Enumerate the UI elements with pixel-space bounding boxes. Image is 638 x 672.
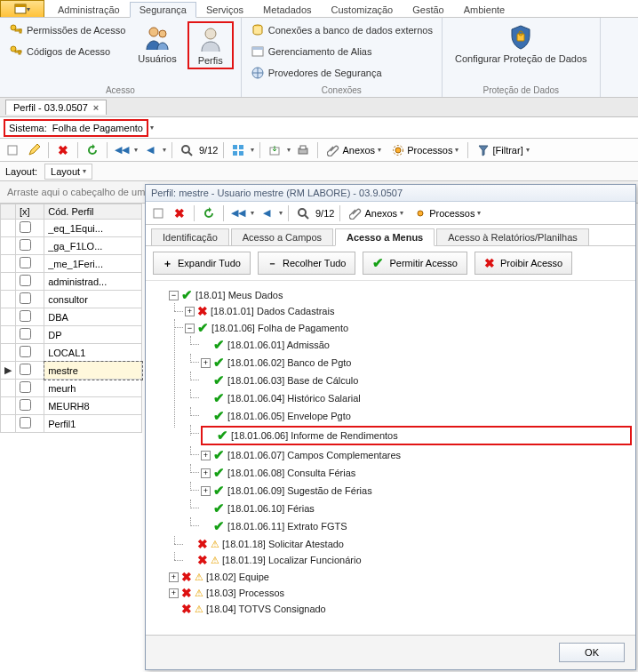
tab-acesso-relatorios[interactable]: Acesso à Relatórios/Planilhas <box>436 228 589 245</box>
edit-button[interactable] <box>25 141 43 159</box>
dlg-new-button[interactable] <box>149 204 167 222</box>
table-row[interactable]: MEURH8 <box>1 397 142 415</box>
row-checkbox-cell[interactable] <box>16 237 44 255</box>
dlg-anexos-menu[interactable]: Anexos▾ <box>346 207 407 220</box>
row-checkbox-cell[interactable] <box>16 326 44 344</box>
tree-node[interactable]: [18.01.06.08] Consulta Férias <box>227 468 355 478</box>
new-button[interactable] <box>4 141 21 159</box>
table-row[interactable]: _eq_1Equi... <box>1 220 142 237</box>
tab-seguranca[interactable]: Segurança <box>130 2 196 18</box>
row-checkbox-cell[interactable] <box>16 362 44 380</box>
row-code[interactable]: LOCAL1 <box>44 344 142 362</box>
tree-node[interactable]: [18.03] Processos <box>206 588 284 598</box>
tree-node[interactable]: [18.01.06.09] Sugestão de Férias <box>227 485 372 496</box>
tab-servicos[interactable]: Serviços <box>196 2 253 17</box>
tab-administracao[interactable]: Administração <box>48 2 130 17</box>
row-code[interactable]: meurh <box>44 380 142 397</box>
filtrar-menu[interactable]: [Filtrar]▾ <box>474 144 532 156</box>
sistema-selector[interactable]: Sistema: Folha de Pagamento <box>4 119 148 137</box>
tree-node[interactable]: [18.01.06.10] Férias <box>227 503 315 514</box>
table-row[interactable]: meurh <box>1 380 142 397</box>
dlg-first-button[interactable]: ◀◀ <box>229 204 247 222</box>
row-code[interactable]: Perfil1 <box>44 415 142 433</box>
row-checkbox-cell[interactable] <box>16 255 44 273</box>
row-checkbox[interactable] <box>20 239 31 251</box>
tree-node[interactable]: [18.01.01] Dados Cadastrais <box>211 306 334 316</box>
layout-button[interactable]: Layout▾ <box>44 164 92 180</box>
tab-metadados[interactable]: Metadados <box>253 2 321 17</box>
row-code[interactable]: _eq_1Equi... <box>44 220 142 237</box>
codigos-acesso-button[interactable]: Códigos de Acesso <box>7 43 127 60</box>
expander-icon[interactable]: − <box>169 291 179 300</box>
find-button[interactable] <box>178 141 195 159</box>
tree-node[interactable]: [18.01.06.01] Admissão <box>227 340 330 350</box>
anexos-menu[interactable]: Anexos▾ <box>323 144 385 156</box>
export-button[interactable] <box>266 141 283 159</box>
tree-node[interactable]: [18.04] TOTVS Consignado <box>206 604 326 614</box>
row-checkbox[interactable] <box>20 275 31 286</box>
tree-node[interactable]: [18.01.06.07] Campos Complementares <box>227 450 401 460</box>
table-row[interactable]: _me_1Feri... <box>1 255 142 273</box>
expander-icon[interactable]: − <box>185 324 195 333</box>
provedores-seguranca-button[interactable]: Provedores de Segurança <box>249 64 435 82</box>
tree-node-highlighted[interactable]: ✔[18.01.06.06] Informe de Rendimentos <box>201 426 632 445</box>
recolher-tudo-button[interactable]: －Recolher Tudo <box>258 252 356 275</box>
tree-node[interactable]: [18.02] Equipe <box>206 572 269 582</box>
tree-node[interactable]: [18.01.06.03] Base de Cálculo <box>227 375 358 386</box>
refresh-button[interactable] <box>84 141 101 159</box>
row-code[interactable]: _me_1Feri... <box>44 255 142 273</box>
conexoes-bd-button[interactable]: Conexões a banco de dados externos <box>249 21 435 39</box>
tree-node[interactable]: [18.01.06.11] Extrato FGTS <box>227 521 347 532</box>
row-code[interactable]: DBA <box>44 308 142 326</box>
close-tab-icon[interactable]: × <box>93 102 99 113</box>
dlg-processos-menu[interactable]: Processos▾ <box>411 207 484 220</box>
dlg-prev-button[interactable]: ◀ <box>258 204 275 222</box>
menu-tree[interactable]: −✔[18.01] Meus Dados +✖[18.01.01] Dados … <box>146 281 635 636</box>
first-button[interactable]: ◀◀ <box>113 141 131 159</box>
configurar-protecao-button[interactable]: Configurar Proteção de Dados <box>450 21 593 66</box>
row-checkbox-cell[interactable] <box>16 273 44 291</box>
row-checkbox-cell[interactable] <box>16 344 44 362</box>
row-code[interactable]: mestre <box>44 362 142 380</box>
row-checkbox-cell[interactable] <box>16 380 44 397</box>
row-checkbox[interactable] <box>20 257 31 268</box>
delete-button[interactable]: ✖ <box>54 141 72 159</box>
permitir-acesso-button[interactable]: ✔Permitir Acesso <box>363 252 467 275</box>
grid-col-check[interactable]: [x] <box>16 204 44 220</box>
row-checkbox[interactable] <box>20 292 31 304</box>
row-checkbox[interactable] <box>20 417 31 428</box>
row-code[interactable]: administrad... <box>44 273 142 291</box>
tree-node[interactable]: [18.01.19] Localizar Funcionário <box>222 555 362 565</box>
row-checkbox[interactable] <box>20 346 31 357</box>
tab-customizacao[interactable]: Customização <box>322 2 403 17</box>
tab-gestao[interactable]: Gestão <box>403 2 453 17</box>
tab-identificacao[interactable]: Identificação <box>151 228 229 245</box>
table-row[interactable]: consultor <box>1 291 142 308</box>
table-row[interactable]: administrad... <box>1 273 142 291</box>
row-checkbox[interactable] <box>20 381 31 393</box>
processos-menu[interactable]: Processos▾ <box>388 144 462 156</box>
table-row[interactable]: _ga_F1LO... <box>1 237 142 255</box>
dlg-delete-button[interactable]: ✖ <box>171 204 188 222</box>
tree-node[interactable]: [18.01.06.04] Histórico Salarial <box>227 393 361 404</box>
expandir-tudo-button[interactable]: ＋Expandir Tudo <box>153 252 251 275</box>
prev-button[interactable]: ◀ <box>141 141 159 159</box>
expander-icon[interactable]: + <box>185 307 195 316</box>
sistema-dropdown-icon[interactable]: ▾ <box>150 124 154 132</box>
tab-ambiente[interactable]: Ambiente <box>454 2 514 17</box>
tree-node[interactable]: [18.01] Meus Dados <box>195 290 283 300</box>
row-checkbox-cell[interactable] <box>16 415 44 433</box>
row-checkbox-cell[interactable] <box>16 308 44 326</box>
table-row[interactable]: DBA <box>1 308 142 326</box>
document-tab[interactable]: Perfil - 03.9.0507 × <box>5 100 107 115</box>
row-code[interactable]: DP <box>44 326 142 344</box>
proibir-acesso-button[interactable]: ✖Proibir Acesso <box>475 252 572 275</box>
dlg-find-button[interactable] <box>294 204 312 222</box>
ok-button[interactable]: OK <box>559 643 625 662</box>
app-menu-button[interactable]: ▾ <box>0 0 44 17</box>
tree-node[interactable]: [18.01.18] Solicitar Atestado <box>222 539 344 549</box>
tab-acesso-campos[interactable]: Acesso a Campos <box>231 228 333 245</box>
tree-node[interactable]: [18.01.06.05] Envelope Pgto <box>227 411 351 421</box>
row-checkbox-cell[interactable] <box>16 397 44 415</box>
usuarios-button[interactable]: Usuários <box>132 21 181 69</box>
